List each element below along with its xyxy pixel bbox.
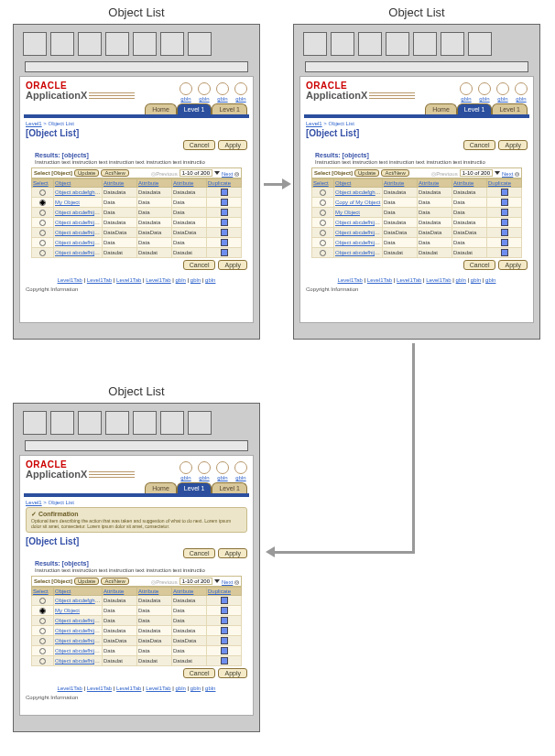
col-attr[interactable]: Attribute <box>137 179 172 188</box>
footer-link[interactable]: Level1Tab <box>58 686 82 691</box>
cancel-button[interactable]: Cancel <box>183 548 216 558</box>
toolbar-button[interactable] <box>441 32 464 56</box>
object-link[interactable]: Object abcdefhijk… <box>55 240 103 245</box>
global-link-icon[interactable] <box>496 82 509 95</box>
tab-level1[interactable]: Level 1 <box>457 103 493 114</box>
object-link[interactable]: Copy of My Object <box>335 200 380 205</box>
global-link-icon[interactable] <box>216 461 229 474</box>
row-radio[interactable] <box>39 658 46 664</box>
update-button[interactable]: Update <box>354 169 379 177</box>
page-dropdown-icon[interactable] <box>214 579 220 583</box>
global-link[interactable]: gbln <box>180 96 190 102</box>
global-link[interactable]: gbln <box>217 96 227 102</box>
url-bar[interactable] <box>305 61 528 72</box>
duplicate-icon[interactable] <box>221 627 228 634</box>
update-button[interactable]: Update <box>74 578 99 585</box>
toolbar-button[interactable] <box>50 411 74 435</box>
toolbar-button[interactable] <box>413 32 437 56</box>
row-radio[interactable] <box>320 189 326 196</box>
col-duplicate[interactable]: Duplicate <box>207 179 242 188</box>
col-duplicate[interactable]: Duplicate <box>207 588 242 596</box>
global-link-icon[interactable] <box>234 461 247 474</box>
col-attr[interactable]: Attribute <box>383 179 418 188</box>
footer-link[interactable]: gbln <box>471 277 481 283</box>
duplicate-icon[interactable] <box>221 617 228 624</box>
tab-level1-alt[interactable]: Level 1 <box>212 103 247 114</box>
object-link[interactable]: Object abcdefghijklm… <box>335 189 383 195</box>
footer-link[interactable]: Level1Tab <box>367 277 392 283</box>
row-radio[interactable] <box>39 230 46 236</box>
footer-link[interactable]: Level1Tab <box>146 277 170 283</box>
breadcrumb-link[interactable]: Level1 <box>26 500 42 505</box>
object-link[interactable]: Object abcdefhijklm… <box>55 648 103 653</box>
col-select[interactable]: Select <box>32 588 54 596</box>
row-radio[interactable] <box>320 240 326 246</box>
row-radio[interactable] <box>39 189 46 196</box>
actnew-button[interactable]: Act/New <box>381 169 408 177</box>
toolbar-button[interactable] <box>386 32 409 56</box>
duplicate-icon[interactable] <box>221 249 228 256</box>
page-dropdown-icon[interactable] <box>214 171 220 175</box>
page-range[interactable]: 1-10 of 200 <box>180 169 212 177</box>
duplicate-icon[interactable] <box>501 199 508 206</box>
cancel-button[interactable]: Cancel <box>463 140 496 150</box>
row-radio[interactable] <box>320 230 326 236</box>
apply-button[interactable]: Apply <box>218 140 247 150</box>
page-range[interactable]: 1-10 of 200 <box>460 169 493 177</box>
toolbar-button[interactable] <box>331 32 354 56</box>
footer-link[interactable]: Level1Tab <box>116 277 141 283</box>
footer-link[interactable]: Level1Tab <box>426 277 451 283</box>
col-attr[interactable]: Attribute <box>418 179 452 188</box>
object-link[interactable]: Object abcdefhijklm… <box>335 250 383 255</box>
duplicate-icon[interactable] <box>501 249 508 256</box>
global-link-icon[interactable] <box>198 461 211 474</box>
toolbar-button[interactable] <box>23 32 47 56</box>
object-link[interactable]: Object abcdefghijklm… <box>55 598 103 603</box>
object-link[interactable]: Object abcdefhijklm… <box>55 628 103 633</box>
col-select[interactable]: Select <box>32 179 54 188</box>
page-dropdown-icon[interactable] <box>495 171 500 175</box>
footer-link[interactable]: Level1Tab <box>397 277 421 283</box>
global-link-icon[interactable] <box>478 82 491 95</box>
actnew-button[interactable]: Act/New <box>101 578 128 585</box>
global-link-icon[interactable] <box>180 461 192 474</box>
tab-level1[interactable]: Level 1 <box>177 103 212 114</box>
object-link[interactable]: Object abcdefhijk… <box>335 220 383 225</box>
footer-link[interactable]: gbln <box>205 277 215 283</box>
col-attr[interactable]: Attribute <box>137 588 172 596</box>
row-radio[interactable] <box>320 250 326 256</box>
toolbar-button[interactable] <box>358 32 382 56</box>
apply-button[interactable]: Apply <box>218 260 247 270</box>
object-link[interactable]: Object abcdefhijklm… <box>55 618 103 623</box>
object-link[interactable]: Object abcdefhijklm… <box>55 230 103 235</box>
global-link-icon[interactable] <box>180 82 192 95</box>
footer-link[interactable]: gbln <box>176 686 186 691</box>
duplicate-icon[interactable] <box>221 637 228 644</box>
global-link[interactable]: gbln <box>199 475 209 481</box>
duplicate-icon[interactable] <box>221 657 228 664</box>
col-select[interactable]: Select <box>312 179 334 188</box>
row-radio[interactable] <box>39 648 46 654</box>
row-radio[interactable] <box>39 638 46 644</box>
breadcrumb-link[interactable]: Level1 <box>306 121 322 126</box>
footer-link[interactable]: Level1Tab <box>87 686 112 691</box>
global-link[interactable]: gbln <box>461 96 471 102</box>
duplicate-icon[interactable] <box>221 607 228 614</box>
global-link-icon[interactable] <box>515 82 528 95</box>
col-attr[interactable]: Attribute <box>103 179 137 188</box>
col-duplicate[interactable]: Duplicate <box>487 179 522 188</box>
url-bar[interactable] <box>25 61 248 72</box>
footer-link[interactable]: Level1Tab <box>116 686 141 691</box>
col-object[interactable]: Object <box>54 588 103 596</box>
global-link[interactable]: gbln <box>199 96 209 102</box>
object-link[interactable]: Object abcdefhijklm… <box>55 220 103 225</box>
object-link[interactable]: Object abcdefghijklm… <box>55 189 103 195</box>
global-link[interactable]: gbln <box>497 96 507 102</box>
row-radio[interactable] <box>320 220 326 226</box>
footer-link[interactable]: gbln <box>190 686 201 691</box>
object-link[interactable]: Object abcdefhijklm… <box>55 658 103 664</box>
toolbar-button[interactable] <box>78 32 102 56</box>
row-radio[interactable] <box>320 210 326 216</box>
footer-link[interactable]: gbln <box>176 277 186 283</box>
global-link-icon[interactable] <box>234 82 247 95</box>
